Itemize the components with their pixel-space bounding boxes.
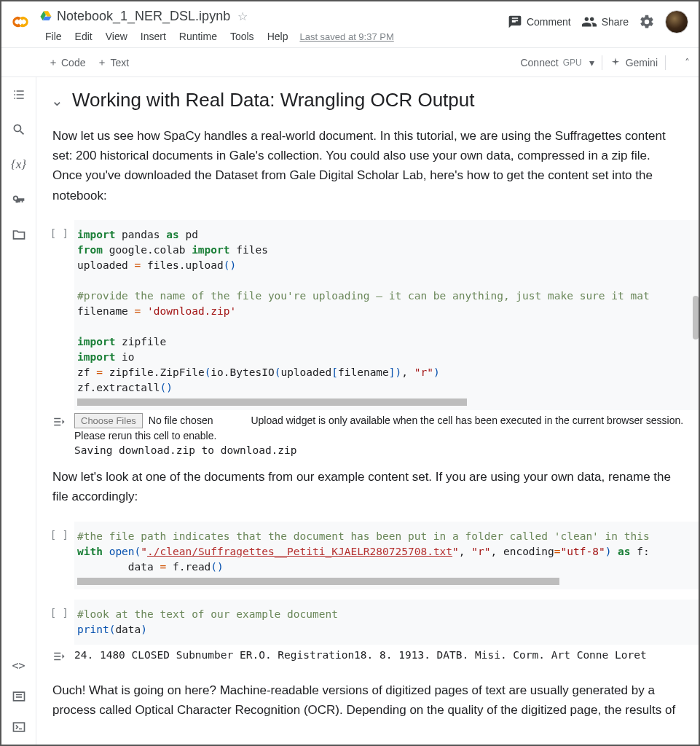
menu-file[interactable]: File [39,28,68,45]
svg-rect-1 [13,723,24,731]
add-code-label: Code [61,57,85,68]
colab-logo[interactable] [7,9,34,35]
section-title: Working with Real Data: Wrangling OCR Ou… [72,89,475,111]
code-cell[interactable]: [ ] #look at the text of our example doc… [36,600,699,645]
menu-edit[interactable]: Edit [69,28,98,45]
choose-files-button[interactable]: Choose Files [74,413,143,428]
text-cell: Now let us see how SpaCy handles a real-… [36,117,699,214]
code-snippets-icon[interactable]: <> [10,657,28,675]
last-saved[interactable]: Last saved at 9:37 PM [299,31,393,42]
runtime-type: GPU [563,58,582,68]
cell-prompt[interactable]: [ ] [36,600,74,645]
command-palette-icon[interactable] [10,688,28,705]
share-label: Share [602,16,629,28]
drive-icon [39,9,52,23]
share-icon [581,14,597,30]
cell-prompt[interactable]: [ ] [36,220,74,410]
caret-down-icon[interactable]: ▾ [589,57,594,68]
toolbar-separator [602,55,602,70]
terminal-icon[interactable] [10,718,28,736]
sparkle-icon [610,57,621,68]
variables-icon[interactable]: {x} [10,156,28,173]
menu-insert[interactable]: Insert [135,28,172,45]
search-icon[interactable] [10,121,28,138]
secrets-icon[interactable] [10,191,28,208]
code-area[interactable]: import pandas as pd from google.colab im… [74,220,699,410]
saving-message: Saving download.zip to download.zip [74,443,684,458]
horizontal-scrollbar[interactable] [77,578,559,585]
text-cell: Now let's look at one of the documents f… [36,458,699,515]
comment-icon [508,15,522,29]
code-area[interactable]: #the file path indicates that the docume… [74,522,699,589]
code-cell[interactable]: [ ] #the file path indicates that the do… [36,522,699,589]
gemini-button[interactable]: Gemini [610,57,658,68]
cell-output: Choose Files No file chosen Upload widge… [74,413,699,458]
chevron-up-icon[interactable]: ˄ [685,57,690,68]
left-rail: {x} <> [1,77,36,745]
add-text-button[interactable]: ＋Text [91,53,135,72]
output-indicator-icon[interactable] [36,648,74,663]
menu-tools[interactable]: Tools [224,28,260,45]
comment-button[interactable]: Comment [508,15,571,29]
cell-output: 24. 1480 CLOSED Subnumber ER.O. Registra… [74,648,699,663]
toc-icon[interactable] [10,86,28,103]
add-code-button[interactable]: ＋Code [42,53,91,72]
menu-bar: File Edit View Insert Runtime Tools Help… [39,26,508,47]
settings-button[interactable] [639,14,655,30]
toolbar: ＋Code ＋Text Connect GPU ▾ Gemini ˄ [1,48,699,77]
toolbar-separator [665,55,666,70]
menu-help[interactable]: Help [261,28,294,45]
menu-view[interactable]: View [100,28,133,45]
avatar[interactable] [665,10,688,34]
horizontal-scrollbar[interactable] [77,398,467,406]
add-text-label: Text [110,57,129,68]
document-title[interactable]: Notebook_1_NER_DSL.ipynb [57,9,230,24]
notebook-content[interactable]: ⌄ Working with Real Data: Wrangling OCR … [36,77,699,745]
comment-label: Comment [527,16,571,28]
code-cell[interactable]: [ ] import pandas as pd from google.cola… [36,220,699,410]
header: Notebook_1_NER_DSL.ipynb ☆ File Edit Vie… [1,1,699,48]
code-area[interactable]: #look at the text of our example documen… [74,600,699,645]
gear-icon [639,14,655,30]
cell-prompt[interactable]: [ ] [36,522,74,589]
vertical-scrollbar[interactable] [693,296,699,339]
connect-button[interactable]: Connect [520,57,558,68]
menu-runtime[interactable]: Runtime [173,28,223,45]
section-chevron-icon[interactable]: ⌄ [51,92,63,109]
share-button[interactable]: Share [581,14,629,30]
files-icon[interactable] [10,226,28,243]
text-cell: Ouch! What is going on here? Machine-rea… [36,663,699,729]
gemini-label: Gemini [626,57,658,68]
no-file-label: No file chosen [149,415,213,426]
star-icon[interactable]: ☆ [237,9,248,23]
output-indicator-icon[interactable] [36,413,74,458]
